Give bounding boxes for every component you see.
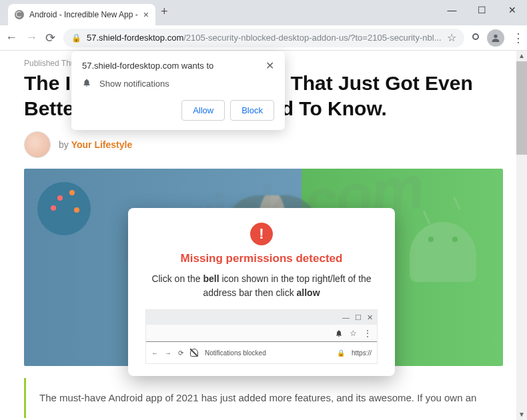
bell-blocked-icon xyxy=(335,329,343,337)
window-controls: — ☐ ✕ xyxy=(437,0,527,20)
modal-title: Missing permissions detected xyxy=(140,252,383,265)
minimize-button[interactable]: — xyxy=(437,0,467,20)
mini-notif-text: Notifications blocked xyxy=(205,349,266,357)
bell-icon xyxy=(82,78,91,89)
window-titlebar: Android - Incredible New App - × + — ☐ ✕ xyxy=(0,0,527,25)
notification-permission-prompt: 57.shield-fordesktop.com wants to ✕ Show… xyxy=(71,51,285,130)
tab-title: Android - Incredible New App - xyxy=(29,10,138,19)
globe-icon xyxy=(15,10,24,19)
author-avatar xyxy=(24,131,51,158)
fake-permissions-modal: ! Missing permissions detected Click on … xyxy=(128,208,395,376)
by-label: by xyxy=(59,139,69,150)
byline: by Your Lifestyle xyxy=(24,131,503,158)
browser-toolbar: ← → ⟳ 🔒 57.shield-fordesktop.com/2105-se… xyxy=(0,25,527,51)
prompt-action: Show notifications xyxy=(99,79,169,89)
close-window-button[interactable]: ✕ xyxy=(497,0,527,20)
profile-indicator-icon[interactable] xyxy=(472,33,479,40)
bookmark-star-icon[interactable]: ☆ xyxy=(447,31,456,44)
modal-illustration: —☐✕ ☆⋮ ←→⟳ Notifications blocked 🔒 https… xyxy=(145,309,378,364)
back-button[interactable]: ← xyxy=(5,30,17,46)
close-icon[interactable]: × xyxy=(143,10,149,19)
scroll-down-icon[interactable]: ▼ xyxy=(516,409,527,420)
browser-tab[interactable]: Android - Incredible New App - × xyxy=(8,4,155,25)
alert-icon: ! xyxy=(250,223,273,245)
author-name[interactable]: Your Lifestyle xyxy=(71,139,133,150)
svg-point-0 xyxy=(494,34,497,37)
maximize-button[interactable]: ☐ xyxy=(467,0,497,20)
article-body: The must-have Android app of 2021 has ju… xyxy=(24,378,503,418)
reload-button[interactable]: ⟳ xyxy=(45,30,55,46)
android-icon xyxy=(410,222,476,282)
vertical-scrollbar[interactable]: ▲ ▼ xyxy=(516,51,527,420)
bell-blocked-icon xyxy=(190,349,198,357)
url-text: 57.shield-fordesktop.com/2105-security-n… xyxy=(87,33,442,43)
new-tab-button[interactable]: + xyxy=(161,5,168,19)
user-avatar[interactable] xyxy=(487,29,504,47)
block-button[interactable]: Block xyxy=(230,100,274,121)
modal-instructions: Click on the bell icon shown in the top … xyxy=(140,272,383,300)
address-bar[interactable]: 🔒 57.shield-fordesktop.com/2105-security… xyxy=(63,29,464,47)
forward-button: → xyxy=(25,30,37,46)
menu-dots-icon[interactable]: ⋮ xyxy=(512,31,524,45)
mini-https: https:// xyxy=(352,349,372,357)
prompt-origin: 57.shield-fordesktop.com wants to xyxy=(82,61,213,71)
scroll-thumb[interactable] xyxy=(516,61,527,155)
lock-icon: 🔒 xyxy=(71,33,81,43)
scroll-up-icon[interactable]: ▲ xyxy=(516,51,527,61)
close-icon[interactable]: ✕ xyxy=(266,61,274,71)
allow-button[interactable]: Allow xyxy=(181,100,225,121)
